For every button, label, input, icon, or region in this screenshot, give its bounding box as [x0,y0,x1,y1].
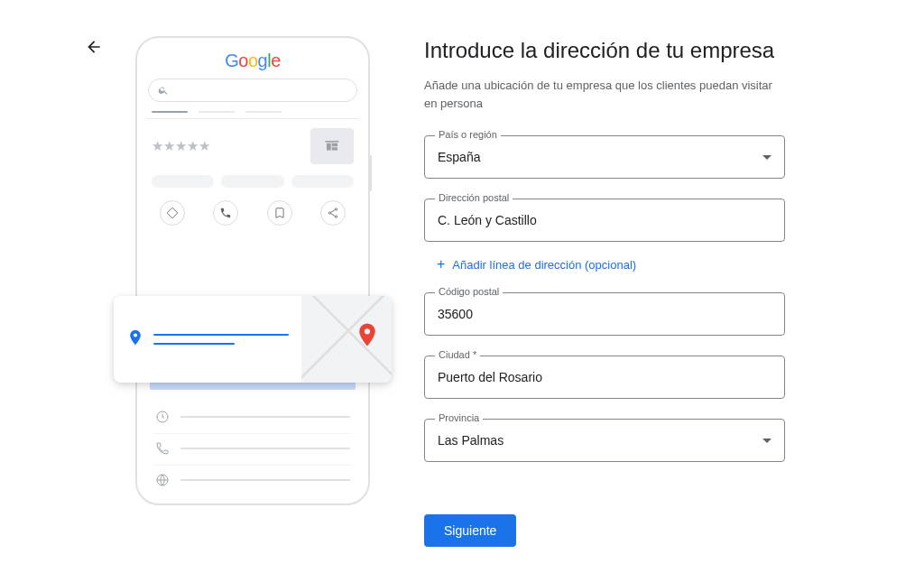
add-address-line-button[interactable]: + Añadir línea de dirección (opcional) [437,256,785,273]
add-line-label: Añadir línea de dirección (opcional) [452,258,636,272]
globe-icon [155,473,170,487]
address-value: C. León y Castillo [438,213,537,227]
plus-icon: + [437,256,445,273]
phone-frame: Google ★★★★★ [135,36,370,505]
back-button[interactable] [85,38,103,60]
province-field[interactable]: Provincia Las Palmas [424,419,785,462]
phone-illustration: Google ★★★★★ [135,36,370,547]
search-icon [158,85,169,96]
postal-value: 35600 [438,307,473,321]
country-value: España [438,150,480,164]
page-title: Introduce la dirección de tu empresa [424,36,785,64]
map-pin-blue-icon [126,328,144,350]
postal-field[interactable]: Código postal 35600 [424,292,785,336]
google-logo: Google [148,51,357,71]
hours-row [153,402,352,431]
business-image-placeholder [310,128,354,164]
website-row [153,465,352,494]
page-subtitle: Añade una ubicación de tu empresa que lo… [424,77,785,112]
svg-point-2 [336,216,337,217]
province-value: Las Palmas [438,433,504,448]
country-field[interactable]: País o región España [424,135,785,179]
call-row [153,433,352,463]
svg-point-0 [336,208,337,210]
search-bar [148,79,357,102]
bookmark-icon [267,200,292,226]
city-field[interactable]: Ciudad * Puerto del Rosario [424,356,785,399]
share-icon [320,200,346,226]
address-form: Introduce la dirección de tu empresa Aña… [424,36,785,547]
location-card [114,296,392,383]
map-pin-red-icon [354,321,381,352]
country-label: País o región [435,129,501,140]
phone-icon [213,200,238,226]
rating-stars: ★★★★★ [152,138,210,154]
city-label: Ciudad * [435,349,480,360]
postal-label: Código postal [435,286,503,297]
address-field[interactable]: Dirección postal C. León y Castillo [424,199,785,242]
address-label: Dirección postal [435,192,513,203]
svg-point-1 [329,212,331,214]
city-value: Puerto del Rosario [438,370,542,384]
province-label: Provincia [435,412,483,423]
phone-icon [155,441,170,456]
chevron-down-icon [762,155,772,160]
directions-icon [160,200,185,226]
next-button[interactable]: Siguiente [424,514,516,547]
chevron-down-icon [762,439,772,443]
clock-icon [155,410,170,424]
